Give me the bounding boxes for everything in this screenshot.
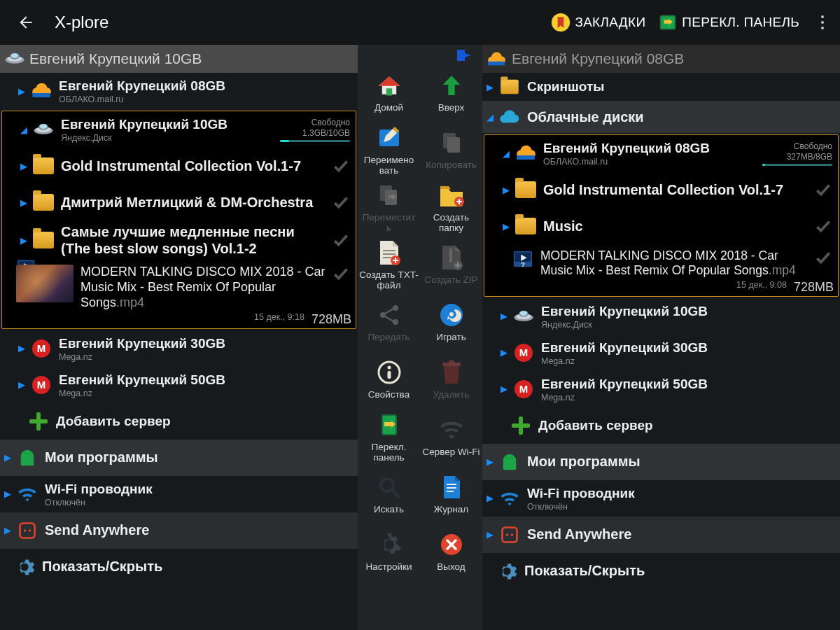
svg-point-59 [511, 533, 514, 536]
right-pane: Евгений Крупецкий 08GB ▶ Скриншоты ◢ Обл… [482, 45, 840, 630]
check-icon[interactable] [814, 181, 832, 199]
rename-icon [375, 124, 403, 152]
file-modern-talking-right[interactable]: ? MODERN TALKING DISCO MIX 2018 - Car Mu… [484, 244, 838, 281]
svg-rect-45 [488, 62, 505, 66]
send-anywhere-icon [15, 520, 39, 541]
plus-icon [28, 411, 49, 432]
tool-up[interactable]: Вверх [420, 64, 482, 122]
folder-icon [515, 218, 536, 234]
tool-properties[interactable]: Свойства [358, 351, 420, 409]
left-pane-header[interactable]: Евгений Крупецкий 10GB [0, 45, 358, 73]
svg-rect-29 [449, 248, 452, 262]
switch-panel-button[interactable]: ПЕРЕКЛ. ПАНЕЛЬ [658, 13, 799, 32]
send-anywhere-left[interactable]: ▶ Send Anywhere [0, 512, 358, 549]
account-10-right[interactable]: ▶ Евгений Крупецкий 10GBЯндекс.Диск [482, 298, 840, 335]
svg-rect-40 [449, 360, 454, 363]
back-button[interactable] [14, 10, 38, 34]
gear-icon [495, 561, 519, 582]
tool-share[interactable]: Передать [358, 294, 420, 351]
active-pane-indicator-icon [358, 46, 482, 64]
folder-gold-instrumental[interactable]: ▶ Gold Instrumental Collection Vol.1-7 [2, 148, 356, 184]
svg-point-31 [393, 305, 398, 311]
wifi-icon [15, 484, 39, 505]
overflow-menu-button[interactable] [812, 15, 833, 29]
tool-wifi-server[interactable]: Сервер Wi-Fi [420, 409, 482, 466]
tool-move[interactable]: Переместит ь [358, 179, 420, 237]
account-50-right[interactable]: ▶ M Евгений Крупецкий 50GBMega.nz [482, 371, 840, 407]
ufo-icon [31, 119, 55, 140]
tool-home[interactable]: Домой [358, 64, 420, 122]
show-hide-right[interactable]: Показать/Скрыть [482, 553, 840, 589]
mailru-cloud-icon [29, 80, 53, 102]
folder-icon [500, 80, 519, 94]
mailru-cloud-icon [486, 51, 507, 66]
svg-point-16 [24, 453, 26, 455]
check-icon[interactable] [332, 157, 350, 175]
svg-rect-57 [503, 527, 517, 542]
tool-log[interactable]: Журнал [420, 466, 482, 524]
account-08-left[interactable]: ▶ Евгений Крупецкий 08GB ОБЛАКО.mail.ru [0, 73, 358, 109]
svg-rect-7 [32, 93, 50, 97]
tool-exit[interactable]: Выход [420, 524, 482, 581]
wifi-left[interactable]: ▶ Wi-Fi проводникОтключён [0, 476, 358, 512]
new-txt-icon [375, 239, 403, 267]
move-icon [375, 181, 403, 209]
check-icon[interactable] [814, 248, 832, 267]
svg-rect-24 [447, 137, 460, 153]
topbar: X-plore ЗАКЛАДКИ ПЕРЕКЛ. ПАНЕЛЬ [0, 0, 840, 45]
log-icon [438, 473, 465, 501]
tool-new-zip[interactable]: Создать ZIP [420, 237, 482, 294]
show-hide-left[interactable]: Показать/Скрыть [0, 549, 358, 585]
tool-search[interactable]: Искать [358, 466, 420, 524]
new-folder-icon [438, 181, 465, 209]
check-icon[interactable] [332, 231, 350, 249]
svg-rect-18 [20, 523, 35, 538]
tool-play[interactable]: Играть [420, 294, 482, 351]
ufo-icon [4, 51, 25, 66]
add-server-right[interactable]: Добавить сервер [482, 407, 840, 444]
svg-point-17 [29, 453, 31, 455]
wifi-right[interactable]: ▶ Wi-Fi проводникОтключён [482, 480, 840, 517]
cloud-drives[interactable]: ◢ Облачные диски [482, 101, 840, 133]
folder-best-slow-songs[interactable]: ▶ Самые лучшие медленные песни (The best… [2, 220, 356, 260]
bookmarks-button[interactable]: ЗАКЛАДКИ [551, 13, 645, 32]
file-meta-right: 15 дек., 9:08728MB [484, 280, 838, 295]
check-icon[interactable] [332, 265, 350, 283]
folder-icon [33, 158, 54, 174]
account-10-left[interactable]: ◢ Евгений Крупецкий 10GB Яндекс.Диск Сво… [2, 111, 356, 148]
check-icon[interactable] [332, 193, 350, 211]
right-pane-header[interactable]: Евгений Крупецкий 08GB [482, 45, 840, 73]
svg-point-55 [506, 457, 508, 459]
send-anywhere-right[interactable]: ▶ Send Anywhere [482, 517, 840, 553]
account-30-left[interactable]: ▶ M Евгений Крупецкий 30GBMega.nz [0, 330, 358, 367]
add-server-left[interactable]: Добавить сервер [0, 403, 358, 440]
mailru-cloud-icon [514, 143, 538, 164]
tool-rename[interactable]: Переимено вать [358, 122, 420, 179]
folder-icon [33, 232, 54, 248]
expand-icon[interactable]: ▶ [14, 86, 29, 97]
tool-settings[interactable]: Настройки [358, 524, 420, 581]
folder-metlitskiy[interactable]: ▶ Дмитрий Метлицкий & DM-Orchestra [2, 184, 356, 220]
collapse-icon[interactable]: ◢ [16, 125, 31, 135]
my-apps-right[interactable]: ▶ Мои программы [482, 444, 840, 480]
svg-point-56 [511, 457, 513, 459]
send-anywhere-icon [498, 524, 522, 545]
folder-screenshots[interactable]: ▶ Скриншоты [482, 73, 840, 101]
tool-new-txt[interactable]: Создать TXT-файл [358, 237, 420, 294]
tool-delete[interactable]: Удалить [420, 351, 482, 409]
tool-switch-panel[interactable]: Перекл. панель [358, 409, 420, 466]
svg-point-53 [520, 311, 528, 316]
check-icon[interactable] [814, 217, 832, 235]
account-08-right[interactable]: ◢ Евгений Крупецкий 08GBОБЛАКО.mail.ru С… [484, 135, 838, 172]
home-icon [375, 71, 403, 99]
folder-music-right[interactable]: ▶ Music [484, 208, 838, 244]
file-modern-talking-left[interactable]: MODERN TALKING DISCO MIX 2018 - Car Musi… [2, 260, 356, 314]
switch-panel-icon [658, 13, 678, 32]
tool-new-folder[interactable]: Создать папку [420, 179, 482, 237]
my-apps-left[interactable]: ▶ Мои программы [0, 440, 358, 476]
folder-gold-instrumental-right[interactable]: ▶ Gold Instrumental Collection Vol.1-7 [484, 172, 838, 208]
account-50-left[interactable]: ▶ M Евгений Крупецкий 50GBMega.nz [0, 367, 358, 403]
mega-icon: M [32, 340, 50, 358]
account-30-right[interactable]: ▶ M Евгений Крупецкий 30GBMega.nz [482, 335, 840, 371]
tool-copy[interactable]: Копировать [420, 122, 482, 179]
